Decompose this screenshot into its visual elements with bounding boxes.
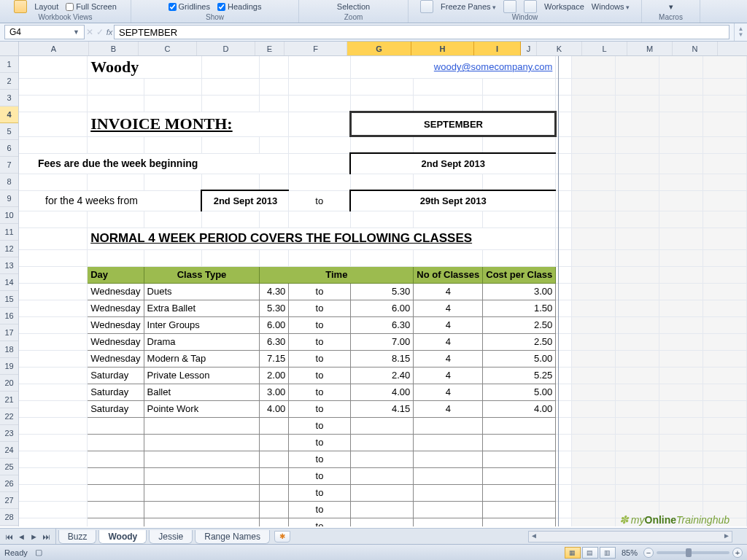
- col-header-C[interactable]: C: [139, 42, 197, 55]
- col-header-B[interactable]: B: [89, 42, 139, 55]
- row-header-17[interactable]: 17: [0, 324, 18, 341]
- row-header-28[interactable]: 28: [0, 509, 18, 526]
- custom-view-icon[interactable]: [14, 0, 27, 13]
- col-header-A[interactable]: A: [19, 42, 89, 55]
- enter-icon[interactable]: ✓: [96, 27, 104, 37]
- status-ready: Ready: [4, 548, 28, 557]
- horizontal-scrollbar[interactable]: [528, 531, 732, 542]
- tab-next-icon[interactable]: ►: [28, 532, 40, 541]
- sheet-tab-bar: ⏮ ◄ ► ⏭ BuzzWoodyJessieRange Names ✱: [0, 528, 747, 544]
- freeze-panes-button[interactable]: Freeze Panes: [441, 2, 496, 11]
- tab-first-icon[interactable]: ⏮: [3, 532, 15, 541]
- tab-prev-icon[interactable]: ◄: [15, 532, 28, 541]
- row-header-23[interactable]: 23: [0, 425, 18, 442]
- sheet-tab-woody[interactable]: Woody: [98, 530, 147, 544]
- worksheet-grid[interactable]: 1234567891011121314151617181920212223242…: [0, 42, 747, 526]
- col-header-D[interactable]: D: [197, 42, 255, 55]
- row-header-16[interactable]: 16: [0, 308, 18, 324]
- save-workspace-button[interactable]: Workspace: [544, 2, 584, 11]
- formula-expand[interactable]: ▲▼: [734, 23, 747, 41]
- row-header-26[interactable]: 26: [0, 475, 18, 492]
- row-header-6[interactable]: 6: [0, 140, 18, 157]
- col-header-M[interactable]: M: [627, 42, 673, 55]
- freeze-icon: [420, 0, 433, 13]
- row-header-15[interactable]: 15: [0, 291, 18, 308]
- row-header-20[interactable]: 20: [0, 375, 18, 392]
- row-header-22[interactable]: 22: [0, 408, 18, 425]
- row-header-27[interactable]: 27: [0, 492, 18, 509]
- col-header-K[interactable]: K: [537, 42, 582, 55]
- view-layout-button[interactable]: ▤: [582, 547, 598, 559]
- column-headers[interactable]: ABCDEFGHIJKLMN: [19, 42, 747, 56]
- active-cell[interactable]: SEPTEMBER: [350, 112, 556, 136]
- sheet-tab-buzz[interactable]: Buzz: [58, 530, 97, 544]
- switch-windows-button[interactable]: Windows: [592, 2, 630, 11]
- group-label-show: Show: [206, 13, 224, 23]
- layout-button[interactable]: Layout: [34, 2, 58, 11]
- chevron-down-icon[interactable]: ▼: [73, 28, 80, 36]
- row-header-4[interactable]: 4: [0, 106, 18, 123]
- new-sheet-button[interactable]: ✱: [274, 531, 290, 542]
- col-header-F[interactable]: F: [285, 42, 347, 55]
- col-header-G[interactable]: G: [347, 42, 411, 55]
- cancel-icon[interactable]: ✕: [86, 27, 93, 37]
- fx-icon[interactable]: fx: [107, 28, 113, 36]
- tab-last-icon[interactable]: ⏭: [40, 532, 53, 541]
- row-header-18[interactable]: 18: [0, 341, 18, 358]
- row-header-9[interactable]: 9: [0, 190, 18, 207]
- macro-record-icon[interactable]: ▢: [35, 548, 42, 557]
- group-label-zoom: Zoom: [344, 13, 363, 23]
- col-header-J[interactable]: J: [521, 42, 537, 55]
- leaf-icon: ✽: [619, 513, 629, 526]
- gridlines-toggle[interactable]: Gridlines: [169, 2, 210, 11]
- row-header-7[interactable]: 7: [0, 157, 18, 174]
- tab-nav[interactable]: ⏮ ◄ ► ⏭: [0, 529, 56, 544]
- view-normal-button[interactable]: ▦: [565, 547, 581, 559]
- group-label-macros: Macros: [659, 13, 683, 23]
- row-header-13[interactable]: 13: [0, 257, 18, 274]
- split-icon[interactable]: [503, 0, 516, 13]
- formula-bar: G4▼ ✕ ✓ fx SEPTEMBER ▲▼: [0, 23, 747, 42]
- macros-button[interactable]: ▾: [669, 2, 673, 12]
- row-header-11[interactable]: 11: [0, 224, 18, 241]
- row-header-21[interactable]: 21: [0, 392, 18, 408]
- select-all-corner[interactable]: [0, 42, 18, 56]
- row-header-1[interactable]: 1: [0, 56, 18, 73]
- sheet-tab-range-names[interactable]: Range Names: [195, 530, 270, 544]
- freeze-line-vertical: [558, 56, 559, 526]
- row-headers[interactable]: 1234567891011121314151617181920212223242…: [0, 42, 19, 526]
- group-label-views: Workbook Views: [38, 13, 92, 23]
- row-header-25[interactable]: 25: [0, 459, 18, 475]
- zoom-level[interactable]: 85%: [622, 548, 638, 557]
- view-pagebreak-button[interactable]: ▥: [600, 547, 616, 559]
- status-bar: Ready ▢ ▦ ▤ ▥ 85% − +: [0, 544, 747, 560]
- headings-toggle[interactable]: Headings: [217, 2, 261, 11]
- zoom-out-button[interactable]: −: [643, 548, 654, 558]
- formula-input[interactable]: SEPTEMBER: [114, 25, 729, 39]
- sheet-tab-jessie[interactable]: Jessie: [149, 530, 193, 544]
- col-header-H[interactable]: H: [411, 42, 474, 55]
- fx-buttons: ✕ ✓ fx: [85, 23, 114, 41]
- row-header-5[interactable]: 5: [0, 123, 18, 140]
- col-header-E[interactable]: E: [255, 42, 285, 55]
- row-header-3[interactable]: 3: [0, 90, 18, 106]
- row-header-14[interactable]: 14: [0, 274, 18, 291]
- ribbon: Layout Full Screen Workbook Views Gridli…: [0, 0, 747, 23]
- fullscreen-toggle[interactable]: Full Screen: [66, 2, 117, 11]
- row-header-2[interactable]: 2: [0, 73, 18, 90]
- watermark-logo: ✽ myOnlineTraininghub: [619, 513, 729, 526]
- zoom-selection-button[interactable]: Selection: [337, 2, 370, 11]
- zoom-in-button[interactable]: +: [732, 548, 743, 558]
- group-label-window: Window: [512, 13, 538, 23]
- zoom-slider[interactable]: [657, 551, 729, 554]
- col-header-L[interactable]: L: [582, 42, 627, 55]
- hide-icon[interactable]: [524, 0, 537, 13]
- name-box[interactable]: G4▼: [4, 25, 85, 39]
- row-header-8[interactable]: 8: [0, 174, 18, 190]
- col-header-I[interactable]: I: [474, 42, 521, 55]
- row-header-12[interactable]: 12: [0, 241, 18, 257]
- col-header-N[interactable]: N: [673, 42, 718, 55]
- row-header-10[interactable]: 10: [0, 207, 18, 224]
- row-header-19[interactable]: 19: [0, 358, 18, 375]
- row-header-24[interactable]: 24: [0, 442, 18, 459]
